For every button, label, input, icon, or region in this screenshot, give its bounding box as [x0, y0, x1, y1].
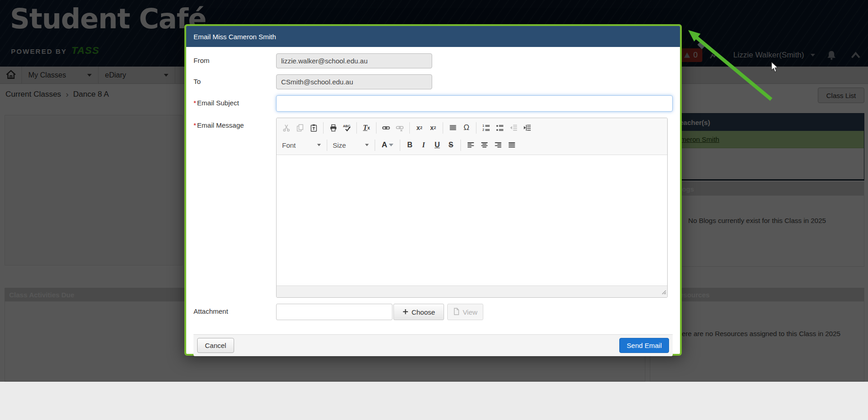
modal-footer: Cancel Send Email — [193, 334, 673, 356]
send-email-button[interactable]: Send Email — [619, 338, 669, 353]
email-modal: Email Miss Cameron Smith From To *Email … — [184, 24, 682, 356]
editor-status-bar — [277, 285, 667, 297]
toolbar-divider — [356, 122, 357, 134]
from-row: From — [193, 53, 673, 68]
attachment-row: Attachment Choose View — [193, 304, 673, 320]
subject-row: *Email Subject — [193, 95, 673, 112]
link-icon[interactable] — [380, 122, 392, 134]
required-asterisk: * — [193, 121, 196, 129]
toolbar-row-2: Font Size A — [279, 136, 664, 154]
underline-button[interactable]: U — [431, 139, 444, 151]
toolbar-divider — [323, 122, 324, 134]
special-character-icon[interactable]: Ω — [460, 122, 473, 134]
print-icon[interactable] — [327, 122, 340, 134]
chevron-down-icon — [389, 144, 393, 146]
strikethrough-button[interactable]: S — [444, 139, 457, 151]
cut-icon[interactable] — [280, 122, 293, 134]
font-size-combo[interactable]: Size — [330, 139, 372, 151]
toolbar-divider — [327, 140, 327, 151]
message-label-wrap: *Email Message — [193, 118, 276, 129]
bold-button[interactable]: B — [403, 139, 416, 151]
from-field — [276, 53, 432, 68]
to-field — [276, 74, 432, 89]
toolbar-divider — [400, 140, 400, 151]
message-row: *Email Message — [193, 118, 673, 298]
remove-format-letter: T — [363, 124, 367, 132]
modal-title-bar: Email Miss Cameron Smith — [186, 26, 680, 47]
spellcheck-icon[interactable]: ABC — [340, 122, 353, 134]
toolbar-divider — [443, 122, 443, 134]
modal-title: Email Miss Cameron Smith — [193, 33, 276, 41]
cancel-button[interactable]: Cancel — [197, 338, 234, 353]
toolbar-divider — [376, 122, 376, 134]
toolbar-divider — [476, 122, 476, 134]
subscript-index: 2 — [420, 125, 422, 130]
to-label: To — [193, 74, 276, 85]
svg-text:1: 1 — [482, 124, 484, 127]
choose-file-button[interactable]: Choose — [393, 304, 444, 320]
align-left-icon[interactable] — [464, 139, 477, 151]
superscript-base: x — [430, 124, 434, 131]
svg-text:2: 2 — [482, 128, 484, 131]
text-color-button[interactable]: A — [378, 139, 397, 151]
align-center-icon[interactable] — [478, 139, 491, 151]
chevron-down-icon — [365, 144, 369, 146]
italic-button[interactable]: I — [417, 139, 430, 151]
toolbar-divider — [409, 122, 410, 134]
modal-body: From To *Email Subject *Email Message — [186, 47, 680, 356]
align-justify-icon[interactable] — [505, 139, 518, 151]
email-subject-input[interactable] — [276, 95, 673, 112]
required-asterisk: * — [193, 99, 196, 107]
paste-icon[interactable] — [307, 122, 320, 134]
font-combo-label: Font — [282, 141, 296, 149]
chevron-down-icon — [317, 144, 321, 146]
subscript-icon[interactable]: x2 — [413, 122, 426, 134]
copy-icon[interactable] — [293, 122, 306, 134]
superscript-icon[interactable]: x2 — [427, 122, 439, 134]
subject-label: Email Subject — [197, 99, 239, 107]
align-right-icon[interactable] — [492, 139, 504, 151]
editor-toolbar: ABC Tx — [277, 118, 667, 155]
toolbar-divider — [460, 140, 461, 151]
from-label: From — [193, 53, 276, 64]
attachment-filename-field — [276, 304, 392, 320]
decrease-indent-icon[interactable] — [507, 122, 520, 134]
bullet-list-icon[interactable] — [493, 122, 506, 134]
to-row: To — [193, 74, 673, 89]
resize-grip-icon[interactable] — [661, 288, 666, 296]
size-combo-label: Size — [333, 141, 346, 149]
toolbar-row-1: ABC Tx — [279, 119, 664, 136]
superscript-index: 2 — [434, 125, 436, 130]
remove-format-x: x — [367, 125, 370, 130]
unlink-icon[interactable] — [393, 122, 406, 134]
email-message-editor-area[interactable] — [277, 155, 667, 285]
remove-format-icon[interactable]: Tx — [360, 122, 373, 134]
numbered-list-icon[interactable]: 12 — [480, 122, 492, 134]
subscript-base: x — [417, 124, 420, 131]
attachment-label: Attachment — [193, 304, 276, 315]
increase-indent-icon[interactable] — [521, 122, 533, 134]
page-bottom-strip — [0, 382, 868, 420]
view-attachment-button[interactable]: View — [447, 304, 483, 320]
omega-glyph: Ω — [464, 123, 470, 132]
page: Student Café POWERED BY TASS 0 Lizzie Wa… — [0, 0, 868, 420]
horizontal-rule-icon[interactable] — [446, 122, 459, 134]
plus-icon — [403, 308, 408, 316]
subject-label-wrap: *Email Subject — [193, 95, 276, 107]
message-label: Email Message — [197, 121, 244, 129]
toolbar-divider — [375, 140, 375, 151]
choose-label: Choose — [412, 308, 435, 316]
rich-text-editor: ABC Tx — [276, 118, 668, 298]
font-family-combo[interactable]: Font — [279, 139, 324, 151]
document-icon — [453, 308, 460, 316]
text-color-letter: A — [382, 140, 387, 150]
view-label: View — [463, 308, 477, 316]
